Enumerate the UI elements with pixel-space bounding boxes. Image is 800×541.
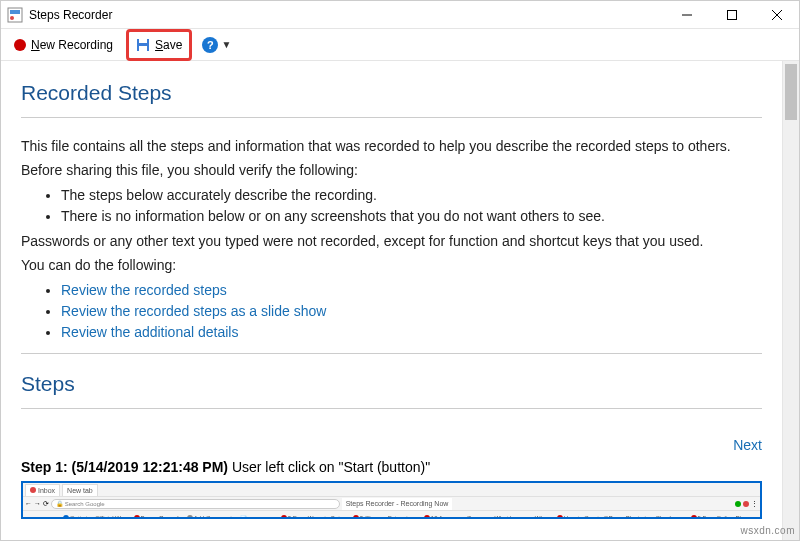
verify-bullet-2: There is no information below or on any …	[61, 206, 762, 227]
recorded-steps-heading: Recorded Steps	[21, 81, 762, 105]
save-icon	[136, 38, 150, 52]
review-details-link[interactable]: Review the additional details	[61, 324, 238, 340]
review-slideshow-link[interactable]: Review the recorded steps as a slide sho…	[61, 303, 326, 319]
svg-line-5	[772, 10, 782, 20]
window-controls	[664, 1, 799, 29]
svg-rect-4	[727, 10, 736, 19]
intro-text-2: Before sharing this file, you should ver…	[21, 160, 762, 181]
help-button[interactable]: ? ▼	[198, 34, 235, 56]
svg-rect-1	[10, 10, 20, 14]
titlebar: Steps Recorder	[1, 1, 799, 29]
window-title: Steps Recorder	[29, 8, 664, 22]
toolbar: New Recording Save ? ▼	[1, 29, 799, 61]
steps-heading: Steps	[21, 372, 762, 396]
intro-text-4: You can do the following:	[21, 255, 762, 276]
content-area: Recorded Steps This file contains all th…	[1, 61, 782, 540]
divider	[21, 408, 762, 409]
review-steps-link[interactable]: Review the recorded steps	[61, 282, 227, 298]
save-button[interactable]: Save	[129, 34, 189, 56]
intro-text-1: This file contains all the steps and inf…	[21, 136, 762, 157]
scrollbar[interactable]	[782, 61, 799, 540]
step-1-header: Step 1: (5/14/2019 12:21:48 PM) User lef…	[21, 459, 762, 475]
svg-point-2	[10, 16, 14, 20]
next-link[interactable]: Next	[21, 437, 762, 453]
minimize-button[interactable]	[664, 1, 709, 29]
intro-text-3: Passwords or any other text you typed we…	[21, 231, 762, 252]
help-icon: ?	[202, 37, 218, 53]
divider	[21, 353, 762, 354]
new-recording-label: New Recording	[31, 38, 113, 52]
new-recording-button[interactable]: New Recording	[7, 34, 120, 56]
save-highlight: Save	[126, 29, 192, 61]
scrollbar-thumb[interactable]	[785, 64, 797, 120]
svg-line-6	[772, 10, 782, 20]
divider	[21, 117, 762, 118]
verify-bullet-1: The steps below accurately describe the …	[61, 185, 762, 206]
save-label: Save	[155, 38, 182, 52]
close-button[interactable]	[754, 1, 799, 29]
app-icon	[7, 7, 23, 23]
record-icon	[14, 39, 26, 51]
svg-rect-9	[139, 46, 147, 51]
chevron-down-icon: ▼	[221, 39, 231, 50]
svg-rect-8	[139, 39, 147, 43]
step-1-screenshot[interactable]: Inbox New tab ←→⟳ 🔒 Search Google Steps …	[21, 481, 762, 519]
maximize-button[interactable]	[709, 1, 754, 29]
